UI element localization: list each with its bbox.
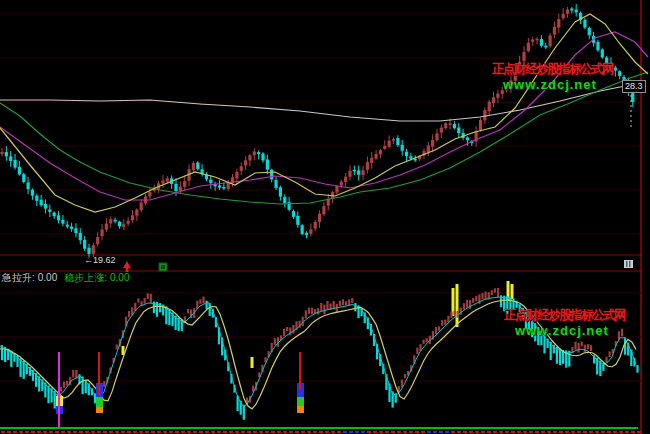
date-tick [217,431,221,433]
date-tick [43,431,47,433]
date-tick [241,431,245,433]
date-tick [619,431,623,433]
date-tick [235,431,239,433]
date-tick [223,431,227,433]
date-tick [451,431,455,433]
date-tick [577,431,581,433]
date-tick [361,431,365,433]
date-tick [403,431,407,433]
date-tick [559,431,563,433]
date-tick [67,431,71,433]
signal-block [297,406,304,413]
date-tick [283,431,287,433]
date-tick [343,431,347,433]
date-tick [313,431,317,433]
date-tick [373,431,377,433]
date-tick [613,431,617,433]
date-tick [487,431,491,433]
date-tick [523,431,527,433]
date-tick [37,431,41,433]
date-tick [265,431,269,433]
date-tick [127,431,131,433]
date-tick [157,431,161,433]
date-tick [277,431,281,433]
date-tick [109,431,113,433]
date-tick [385,431,389,433]
date-tick [91,431,95,433]
date-tick [583,431,587,433]
date-tick [73,431,77,433]
date-tick [271,431,275,433]
date-tick [637,431,641,433]
date-tick [19,431,23,433]
date-tick [187,431,191,433]
date-tick [349,431,353,433]
date-tick [493,431,497,433]
date-tick [175,431,179,433]
signal-block [297,397,304,406]
date-tick [601,431,605,433]
date-tick [337,431,341,433]
date-tick [595,431,599,433]
date-tick [193,431,197,433]
date-tick [295,431,299,433]
date-tick [133,431,137,433]
date-tick [115,431,119,433]
date-tick [589,431,593,433]
date-tick [103,431,107,433]
date-tick [457,431,461,433]
date-tick [367,431,371,433]
date-tick [247,431,251,433]
date-tick [49,431,53,433]
date-tick [505,431,509,433]
date-tick [331,431,335,433]
date-tick [205,431,209,433]
signal-block [96,397,103,407]
date-tick [625,431,629,433]
date-tick [355,431,359,433]
right-strip-marker-icon [624,260,633,268]
main-chart-panel[interactable] [0,0,650,272]
date-tick [535,431,539,433]
date-tick [169,431,173,433]
date-tick [547,431,551,433]
date-tick [379,431,383,433]
date-tick [55,431,59,433]
date-tick [1,431,5,433]
date-tick [475,431,479,433]
date-tick [607,431,611,433]
date-tick [259,431,263,433]
date-tick [253,431,257,433]
date-tick [145,431,149,433]
date-tick [13,431,17,433]
date-tick [565,431,569,433]
date-tick [541,431,545,433]
date-tick [229,431,233,433]
date-tick [469,431,473,433]
date-tick [139,431,143,433]
date-tick [163,431,167,433]
date-tick [319,431,323,433]
date-tick [61,431,65,433]
date-tick [421,431,425,433]
date-tick [85,431,89,433]
date-tick [307,431,311,433]
date-tick [439,431,443,433]
date-tick [301,431,305,433]
date-tick [529,431,533,433]
date-tick [199,431,203,433]
date-tick [481,431,485,433]
date-tick [445,431,449,433]
date-tick [553,431,557,433]
date-tick [181,431,185,433]
date-tick [25,431,29,433]
date-tick [433,431,437,433]
date-tick [409,431,413,433]
date-tick [391,431,395,433]
date-tick [397,431,401,433]
stock-chart-window: 正点财经炒股指标公式网 www.zdcj.net 正点财经炒股指标公式网 www… [0,0,650,434]
signal-block [96,407,103,413]
chart-canvas[interactable] [0,0,650,434]
date-tick [289,431,293,433]
date-tick [7,431,11,433]
